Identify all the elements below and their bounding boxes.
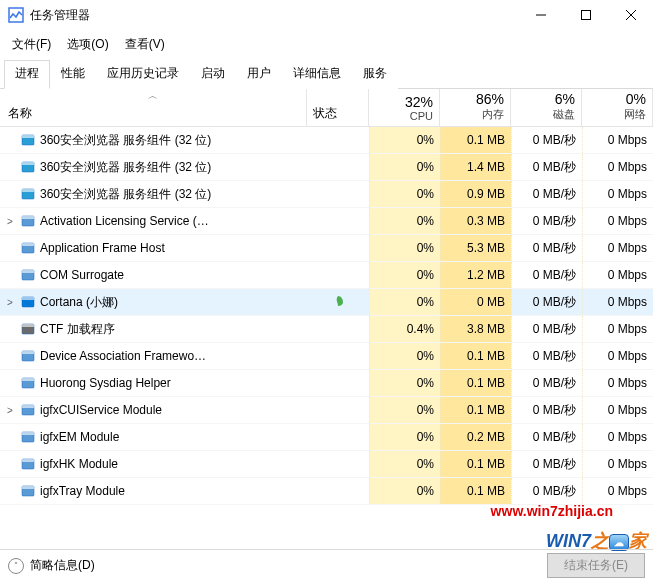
cell-net: 0 Mbps (582, 397, 653, 423)
process-row[interactable]: Huorong Sysdiag Helper0%0.1 MB0 MB/秒0 Mb… (0, 370, 653, 397)
memory-pct: 86% (446, 91, 504, 107)
process-row[interactable]: igfxEM Module0%0.2 MB0 MB/秒0 Mbps (0, 424, 653, 451)
cell-cpu: 0% (369, 181, 440, 207)
cpu-label: CPU (375, 110, 433, 122)
cell-name: Huorong Sysdiag Helper (0, 375, 307, 391)
cell-cpu: 0% (369, 343, 440, 369)
cell-disk: 0 MB/秒 (511, 478, 582, 504)
cell-name: igfxHK Module (0, 456, 307, 472)
cell-mem: 0.1 MB (440, 397, 511, 423)
process-row[interactable]: COM Surrogate0%1.2 MB0 MB/秒0 Mbps (0, 262, 653, 289)
cell-net: 0 Mbps (582, 451, 653, 477)
cell-mem: 1.2 MB (440, 262, 511, 288)
col-memory[interactable]: 86% 内存 (440, 89, 511, 126)
svg-rect-22 (22, 351, 34, 354)
svg-rect-26 (22, 405, 34, 408)
process-list[interactable]: 360安全浏览器 服务组件 (32 位)0%0.1 MB0 MB/秒0 Mbps… (0, 127, 653, 505)
cell-disk: 0 MB/秒 (511, 262, 582, 288)
cell-net: 0 Mbps (582, 154, 653, 180)
brief-info-toggle[interactable]: ˄ 简略信息(D) (8, 557, 95, 574)
cell-disk: 0 MB/秒 (511, 424, 582, 450)
expand-icon[interactable]: > (4, 216, 16, 227)
cell-cpu: 0% (369, 262, 440, 288)
col-disk[interactable]: 6% 磁盘 (511, 89, 582, 126)
cell-name: CTF 加载程序 (0, 321, 307, 338)
expand-icon[interactable]: > (4, 405, 16, 416)
cell-mem: 0.1 MB (440, 478, 511, 504)
cell-disk: 0 MB/秒 (511, 208, 582, 234)
footer: ˄ 简略信息(D) 结束任务(E) (0, 549, 653, 581)
menu-options[interactable]: 选项(O) (59, 32, 116, 57)
process-icon (20, 375, 36, 391)
svg-rect-16 (22, 270, 34, 273)
process-icon (20, 159, 36, 175)
column-headers: ︿ 名称 状态 32% CPU 86% 内存 6% 磁盘 0% 网络 (0, 89, 653, 127)
cell-name: >igfxCUIService Module (0, 402, 307, 418)
svg-rect-30 (22, 459, 34, 462)
col-network[interactable]: 0% 网络 (582, 89, 653, 126)
process-icon (20, 483, 36, 499)
cell-name: >Activation Licensing Service (… (0, 213, 307, 229)
cell-mem: 0.1 MB (440, 343, 511, 369)
cell-disk: 0 MB/秒 (511, 343, 582, 369)
tab-details[interactable]: 详细信息 (282, 60, 352, 89)
tab-startup[interactable]: 启动 (190, 60, 236, 89)
memory-label: 内存 (446, 107, 504, 122)
cell-name: COM Surrogate (0, 267, 307, 283)
cell-disk: 0 MB/秒 (511, 235, 582, 261)
cell-disk: 0 MB/秒 (511, 127, 582, 153)
tab-history[interactable]: 应用历史记录 (96, 60, 190, 89)
process-row[interactable]: >Cortana (小娜)0%0 MB0 MB/秒0 Mbps (0, 289, 653, 316)
process-icon (20, 402, 36, 418)
process-row[interactable]: 360安全浏览器 服务组件 (32 位)0%0.9 MB0 MB/秒0 Mbps (0, 181, 653, 208)
process-icon (20, 456, 36, 472)
menu-file[interactable]: 文件(F) (4, 32, 59, 57)
expand-icon[interactable]: > (4, 297, 16, 308)
process-row[interactable]: igfxHK Module0%0.1 MB0 MB/秒0 Mbps (0, 451, 653, 478)
tab-processes[interactable]: 进程 (4, 60, 50, 89)
process-row[interactable]: 360安全浏览器 服务组件 (32 位)0%0.1 MB0 MB/秒0 Mbps (0, 127, 653, 154)
process-name: CTF 加载程序 (40, 321, 115, 338)
cell-mem: 3.8 MB (440, 316, 511, 342)
end-task-button[interactable]: 结束任务(E) (547, 553, 645, 578)
col-cpu[interactable]: 32% CPU (369, 89, 440, 126)
col-name[interactable]: ︿ 名称 (0, 89, 307, 126)
process-icon (20, 321, 36, 337)
process-icon (20, 429, 36, 445)
process-row[interactable]: Device Association Framewo…0%0.1 MB0 MB/… (0, 343, 653, 370)
minimize-button[interactable] (518, 0, 563, 30)
cell-status (307, 294, 369, 310)
col-status[interactable]: 状态 (307, 89, 369, 126)
cell-net: 0 Mbps (582, 343, 653, 369)
process-name: igfxHK Module (40, 457, 118, 471)
tab-users[interactable]: 用户 (236, 60, 282, 89)
tab-services[interactable]: 服务 (352, 60, 398, 89)
cell-cpu: 0% (369, 154, 440, 180)
cell-net: 0 Mbps (582, 424, 653, 450)
cell-cpu: 0% (369, 289, 440, 315)
col-name-label: 名称 (8, 105, 32, 122)
process-icon (20, 267, 36, 283)
cell-disk: 0 MB/秒 (511, 370, 582, 396)
process-row[interactable]: igfxTray Module0%0.1 MB0 MB/秒0 Mbps (0, 478, 653, 505)
cell-disk: 0 MB/秒 (511, 316, 582, 342)
chevron-up-icon: ˄ (8, 558, 24, 574)
process-row[interactable]: >igfxCUIService Module0%0.1 MB0 MB/秒0 Mb… (0, 397, 653, 424)
process-row[interactable]: >Activation Licensing Service (…0%0.3 MB… (0, 208, 653, 235)
process-row[interactable]: Application Frame Host0%5.3 MB0 MB/秒0 Mb… (0, 235, 653, 262)
tab-performance[interactable]: 性能 (50, 60, 96, 89)
cell-name: 360安全浏览器 服务组件 (32 位) (0, 132, 307, 149)
svg-rect-10 (22, 189, 34, 192)
maximize-button[interactable] (563, 0, 608, 30)
process-row[interactable]: CTF 加载程序0.4%3.8 MB0 MB/秒0 Mbps (0, 316, 653, 343)
disk-label: 磁盘 (517, 107, 575, 122)
cell-disk: 0 MB/秒 (511, 154, 582, 180)
close-button[interactable] (608, 0, 653, 30)
svg-rect-2 (581, 11, 590, 20)
cpu-pct: 32% (375, 94, 433, 110)
cell-name: 360安全浏览器 服务组件 (32 位) (0, 159, 307, 176)
process-row[interactable]: 360安全浏览器 服务组件 (32 位)0%1.4 MB0 MB/秒0 Mbps (0, 154, 653, 181)
cell-net: 0 Mbps (582, 370, 653, 396)
menu-view[interactable]: 查看(V) (117, 32, 173, 57)
cell-cpu: 0% (369, 424, 440, 450)
